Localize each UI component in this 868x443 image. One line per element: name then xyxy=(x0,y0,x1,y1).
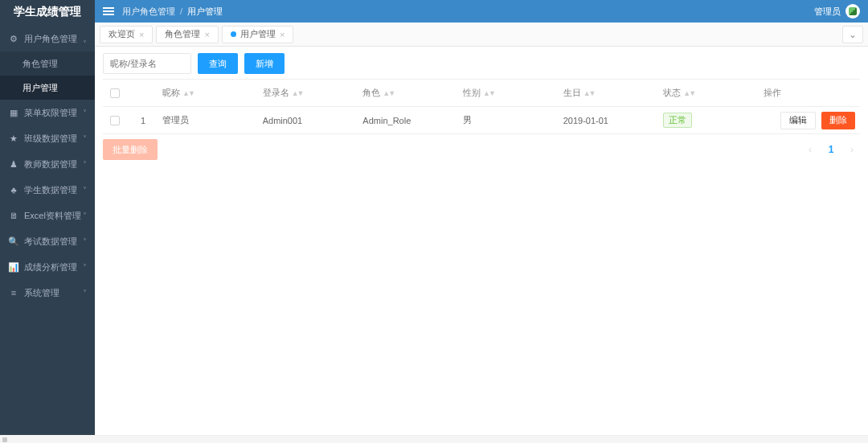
toolbar: 查询 新增 xyxy=(103,53,860,74)
chevron-up-icon: ˄ xyxy=(83,35,87,43)
chevron-down-icon: ˅ xyxy=(83,160,87,169)
breadcrumb-current: 用户管理 xyxy=(187,6,223,18)
tabs-more-button[interactable]: ⌄ xyxy=(842,26,863,43)
cell-nickname: 管理员 xyxy=(159,114,263,126)
chevron-down-icon: ˅ xyxy=(83,109,87,117)
chevron-down-icon: ˅ xyxy=(83,186,87,195)
tab-label: 欢迎页 xyxy=(108,28,135,40)
tab-role-mgmt[interactable]: 角色管理 × xyxy=(156,26,218,43)
sidebar-item-exam-data[interactable]: 🔍 考试数据管理 ˅ xyxy=(0,228,95,254)
tabs-bar: 欢迎页 × 角色管理 × 用户管理 × ⌄ xyxy=(95,23,868,47)
sidebar-item-label: 系统管理 xyxy=(24,287,83,299)
sidebar-item-score-analysis[interactable]: 📊 成绩分析管理 ˅ xyxy=(0,254,95,280)
star-icon: ★ xyxy=(8,133,19,144)
list-icon: ≡ xyxy=(8,288,19,297)
grid-icon: ▦ xyxy=(8,108,19,118)
header: 用户角色管理 / 用户管理 管理员 xyxy=(95,0,868,23)
hamburger-icon[interactable] xyxy=(103,6,114,17)
chevron-down-icon: ˅ xyxy=(83,263,87,272)
sort-icon[interactable]: ▲▼ xyxy=(683,89,694,97)
app-title: 学生成绩管理 xyxy=(0,0,95,23)
search-icon: 🔍 xyxy=(8,236,19,247)
th-login[interactable]: 登录名 xyxy=(263,88,289,97)
batch-delete-button[interactable]: 批量删除 xyxy=(103,139,158,160)
breadcrumb-sep: / xyxy=(180,6,182,16)
table-header: 昵称▲▼ 登录名▲▼ 角色▲▼ 性别▲▼ 生日▲▼ 状态▲▼ 操作 xyxy=(103,80,860,107)
sidebar-sub-role-mgmt[interactable]: 角色管理 xyxy=(0,51,95,76)
gear-icon: ⚙ xyxy=(8,34,19,44)
cell-gender: 男 xyxy=(463,114,563,126)
file-icon: 🗎 xyxy=(8,211,19,220)
user-table: 昵称▲▼ 登录名▲▼ 角色▲▼ 性别▲▼ 生日▲▼ 状态▲▼ 操作 1 管理员 … xyxy=(103,79,860,134)
th-role[interactable]: 角色 xyxy=(362,88,380,97)
pager-page[interactable]: 1 xyxy=(823,141,839,158)
horizontal-scrollbar[interactable] xyxy=(0,435,868,443)
chevron-down-icon: ˅ xyxy=(83,289,87,297)
sidebar-item-student-data[interactable]: ♣ 学生数据管理 ˅ xyxy=(0,177,95,203)
pawn-icon: ♟ xyxy=(8,159,19,170)
row-index: 1 xyxy=(127,116,159,125)
sidebar-item-label: 菜单权限管理 xyxy=(24,107,83,119)
search-button[interactable]: 查询 xyxy=(198,53,238,74)
sidebar-item-label: 教师数据管理 xyxy=(24,158,83,170)
close-icon[interactable]: × xyxy=(280,30,285,39)
sidebar-item-class-data[interactable]: ★ 班级数据管理 ˅ xyxy=(0,125,95,151)
checkbox-all[interactable] xyxy=(110,88,120,98)
sidebar-item-label: Excel资料管理 xyxy=(24,210,83,222)
chevron-down-icon: ˅ xyxy=(83,211,87,220)
sidebar-item-label: 班级数据管理 xyxy=(24,133,83,145)
th-status[interactable]: 状态 xyxy=(663,88,681,97)
chevron-down-icon: ˅ xyxy=(83,134,87,143)
breadcrumb-group[interactable]: 用户角色管理 xyxy=(122,6,175,18)
search-input[interactable] xyxy=(103,53,191,74)
sidebar-item-user-role[interactable]: ⚙ 用户角色管理 ˄ xyxy=(0,26,95,51)
sidebar-item-label: 成绩分析管理 xyxy=(24,261,83,273)
pager-prev[interactable]: ‹ xyxy=(802,141,818,158)
add-button[interactable]: 新增 xyxy=(244,53,285,74)
sidebar-item-label: 学生数据管理 xyxy=(24,184,83,196)
sort-icon[interactable]: ▲▼ xyxy=(583,89,595,97)
checkbox-row[interactable] xyxy=(110,116,120,125)
th-ops: 操作 xyxy=(764,88,781,97)
tab-label: 用户管理 xyxy=(240,28,276,40)
sidebar-item-label: 用户角色管理 xyxy=(24,33,83,45)
pager: ‹ 1 › xyxy=(802,141,860,158)
close-icon[interactable]: × xyxy=(204,30,209,39)
sort-icon[interactable]: ▲▼ xyxy=(483,89,494,97)
sort-icon[interactable]: ▲▼ xyxy=(292,89,303,97)
content: 查询 新增 昵称▲▼ 登录名▲▼ 角色▲▼ 性别▲▼ 生日▲▼ 状态▲▼ 操作 … xyxy=(95,47,868,435)
delete-button[interactable]: 删除 xyxy=(821,112,855,129)
tab-active-dot-icon xyxy=(231,31,236,37)
status-badge: 正常 xyxy=(663,113,692,128)
cell-login: Admin001 xyxy=(263,116,363,125)
tab-user-mgmt[interactable]: 用户管理 × xyxy=(222,26,293,43)
close-icon[interactable]: × xyxy=(139,30,144,39)
breadcrumb: 用户角色管理 / 用户管理 xyxy=(122,6,223,18)
sidebar-item-label: 考试数据管理 xyxy=(24,236,83,248)
chart-icon: 📊 xyxy=(8,262,19,273)
avatar[interactable] xyxy=(845,4,860,18)
sidebar-sub-user-mgmt[interactable]: 用户管理 xyxy=(0,76,95,100)
sort-icon[interactable]: ▲▼ xyxy=(383,89,394,97)
sort-icon[interactable]: ▲▼ xyxy=(182,89,194,97)
cell-role: Admin_Role xyxy=(362,116,463,125)
sidebar-submenu: 角色管理 用户管理 xyxy=(0,51,95,100)
tab-welcome[interactable]: 欢迎页 × xyxy=(100,26,153,43)
chevron-down-icon: ˅ xyxy=(83,237,87,246)
th-nickname[interactable]: 昵称 xyxy=(162,88,180,97)
header-right: 管理员 xyxy=(814,4,860,18)
sidebar-item-menu-perm[interactable]: ▦ 菜单权限管理 ˅ xyxy=(0,100,95,125)
sidebar-item-excel[interactable]: 🗎 Excel资料管理 ˅ xyxy=(0,203,95,228)
sidebar-item-teacher-data[interactable]: ♟ 教师数据管理 ˅ xyxy=(0,151,95,177)
edit-button[interactable]: 编辑 xyxy=(780,112,816,129)
club-icon: ♣ xyxy=(8,185,19,195)
th-gender[interactable]: 性别 xyxy=(463,88,481,97)
pager-next[interactable]: › xyxy=(844,141,860,158)
sidebar-item-system[interactable]: ≡ 系统管理 ˅ xyxy=(0,280,95,306)
table-footer: 批量删除 ‹ 1 › xyxy=(103,134,860,165)
sidebar-menu: ⚙ 用户角色管理 ˄ 角色管理 用户管理 ▦ 菜单权限管理 ˅ ★ 班级数据管理… xyxy=(0,23,95,306)
chevron-down-icon: ⌄ xyxy=(849,29,857,40)
current-user-label[interactable]: 管理员 xyxy=(814,6,841,18)
tab-label: 角色管理 xyxy=(165,28,200,40)
th-birthday[interactable]: 生日 xyxy=(563,88,581,97)
